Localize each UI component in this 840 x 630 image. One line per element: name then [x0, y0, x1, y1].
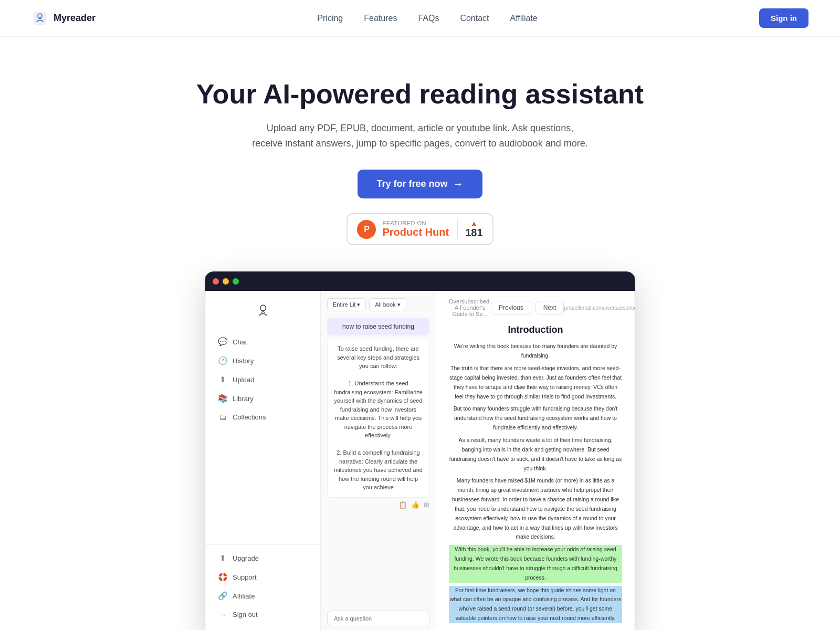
- sidebar-library-label: Library: [233, 395, 254, 403]
- grid-icon[interactable]: ⊞: [424, 501, 429, 509]
- sidebar-support-label: Support: [233, 573, 257, 581]
- sidebar-item-history[interactable]: 🕐 History: [208, 352, 317, 370]
- filter-all-books[interactable]: All book ▾: [369, 298, 406, 311]
- navbar: Myreader Pricing Features FAQs Contact A…: [0, 0, 840, 37]
- app-doc-reader: Oversubscribed: A Founder's Guide to Se.…: [436, 291, 635, 630]
- cta-label: Try for free now: [376, 178, 447, 190]
- doc-breadcrumb: Oversubscribed: A Founder's Guide to Se.…: [449, 298, 491, 317]
- sidebar-item-chat[interactable]: 💬 Chat: [208, 333, 317, 351]
- sidebar-item-upload[interactable]: ⬆ Upload: [208, 371, 317, 388]
- nav-features[interactable]: Features: [364, 14, 397, 23]
- ph-product-hunt-name: Product Hunt: [382, 226, 449, 238]
- affiliate-icon: 🔗: [218, 591, 227, 601]
- doc-para-5: Many founders have raised $1M rounds (or…: [449, 476, 622, 542]
- ph-text-group: FEATURED ON Product Hunt: [382, 220, 449, 238]
- history-icon: 🕐: [218, 356, 227, 365]
- chat-action-icons: 📋 👍 ⊞: [327, 501, 429, 509]
- sidebar-upgrade-label: Upgrade: [233, 554, 259, 562]
- ph-featured-text: FEATURED ON: [382, 220, 426, 226]
- signin-button[interactable]: Sign in: [759, 8, 808, 28]
- sidebar-collections-label: Collections: [233, 413, 266, 421]
- doc-para-2: The truth is that there are more seed-st…: [449, 364, 622, 401]
- app-body: 💬 Chat 🕐 History ⬆ Upload 📚 Library: [205, 291, 635, 630]
- app-topbar: [205, 272, 635, 291]
- doc-highlight-green: With this book, you'll be able to increa…: [454, 546, 617, 581]
- thumbs-up-icon[interactable]: 👍: [411, 501, 419, 509]
- ph-score-group: ▲ 181: [457, 219, 482, 239]
- nav-links: Pricing Features FAQs Contact Affiliate: [317, 14, 537, 23]
- ph-icon: P: [357, 220, 376, 239]
- chat-icon: 💬: [218, 337, 227, 346]
- doc-chapter-title: Introduction: [449, 324, 622, 335]
- logo[interactable]: Myreader: [32, 10, 96, 27]
- topbar-dot-red: [213, 278, 219, 285]
- product-hunt-badge[interactable]: P FEATURED ON Product Hunt ▲ 181: [346, 213, 493, 245]
- filter-entire-lit[interactable]: Entire Lit ▾: [327, 298, 366, 311]
- hero-section: Your AI-powered reading assistant Upload…: [0, 37, 840, 630]
- doc-para-7: For first-time fundraisers, we hope this…: [449, 586, 622, 623]
- upload-icon: ⬆: [218, 375, 227, 384]
- hero-subtitle: Upload any PDF, EPUB, document, article …: [252, 121, 588, 151]
- nav-contact[interactable]: Contact: [460, 14, 489, 23]
- signout-icon: →: [218, 610, 227, 619]
- chat-response-text: To raise seed funding, there are several…: [334, 345, 423, 490]
- topbar-dot-green: [233, 278, 239, 285]
- sidebar-item-upgrade[interactable]: ⬆ Upgrade: [208, 549, 317, 567]
- hero-title: Your AI-powered reading assistant: [21, 79, 819, 110]
- topbar-dot-yellow: [223, 278, 229, 285]
- doc-para-1: We're writing this book because too many…: [449, 342, 622, 361]
- doc-prev-button[interactable]: Previous: [491, 301, 531, 314]
- sidebar-item-library[interactable]: 📚 Library: [208, 390, 317, 407]
- app-screenshot-container: 💬 Chat 🕐 History ⬆ Upload 📚 Library: [205, 271, 635, 630]
- doc-para-6: With this book, you'll be able to increa…: [449, 545, 622, 582]
- chat-input-wrap: [327, 611, 429, 626]
- sidebar-item-affiliate[interactable]: 🔗 Affiliate: [208, 587, 317, 605]
- app-sidebar: 💬 Chat 🕐 History ⬆ Upload 📚 Library: [205, 291, 321, 630]
- product-hunt-badge-wrap: P FEATURED ON Product Hunt ▲ 181: [21, 213, 819, 245]
- sidebar-nav: 💬 Chat 🕐 History ⬆ Upload 📚 Library: [205, 333, 320, 544]
- sidebar-signout-label: Sign out: [233, 611, 258, 618]
- svg-point-2: [260, 306, 266, 311]
- ph-triangle-icon: ▲: [470, 219, 478, 227]
- sidebar-chat-label: Chat: [233, 338, 247, 346]
- sidebar-bottom: ⬆ Upgrade 🛟 Support 🔗 Affiliate → Sign o…: [205, 544, 320, 623]
- logo-text: Myreader: [54, 13, 96, 24]
- sidebar-logo: [205, 301, 320, 333]
- upgrade-icon: ⬆: [218, 553, 227, 563]
- support-icon: 🛟: [218, 572, 227, 582]
- doc-nav-buttons: Previous Next: [491, 301, 564, 314]
- chat-history-item: how to raise seed funding: [327, 318, 429, 335]
- sidebar-logo-icon: [254, 301, 272, 320]
- sidebar-affiliate-label: Affiliate: [233, 592, 255, 600]
- logo-icon: [32, 10, 48, 27]
- doc-content: Introduction We're writing this book bec…: [449, 324, 622, 626]
- chat-filter-row: Entire Lit ▾ All book ▾: [327, 298, 429, 311]
- cta-arrow: →: [453, 178, 464, 190]
- doc-highlight-blue: For first-time fundraisers, we hope this…: [450, 587, 621, 622]
- chat-input[interactable]: [327, 611, 429, 626]
- doc-nav-bar: Oversubscribed: A Founder's Guide to Se.…: [449, 298, 622, 317]
- library-icon: 📚: [218, 394, 227, 403]
- doc-para-3: But too many founders struggle with fund…: [449, 404, 622, 433]
- doc-url: propellerlab.com/oversubscribed: [564, 305, 635, 311]
- nav-affiliate[interactable]: Affiliate: [510, 14, 538, 23]
- cta-button[interactable]: Try for free now →: [358, 170, 482, 198]
- nav-pricing[interactable]: Pricing: [317, 14, 343, 23]
- sidebar-item-support[interactable]: 🛟 Support: [208, 568, 317, 586]
- doc-para-4: As a result, many founders waste a lot o…: [449, 436, 622, 473]
- sidebar-history-label: History: [233, 357, 254, 365]
- doc-next-button[interactable]: Next: [536, 301, 564, 314]
- nav-faqs[interactable]: FAQs: [418, 14, 439, 23]
- ph-score-number: 181: [465, 227, 482, 239]
- sidebar-upload-label: Upload: [233, 376, 254, 384]
- sidebar-item-collections[interactable]: 🗂 Collections: [208, 408, 317, 426]
- sidebar-item-signout[interactable]: → Sign out: [208, 606, 317, 623]
- chat-response: To raise seed funding, there are several…: [327, 339, 429, 498]
- collections-icon: 🗂: [218, 413, 227, 422]
- app-chat-panel: Entire Lit ▾ All book ▾ how to raise see…: [321, 291, 436, 630]
- copy-icon[interactable]: 📋: [398, 501, 407, 509]
